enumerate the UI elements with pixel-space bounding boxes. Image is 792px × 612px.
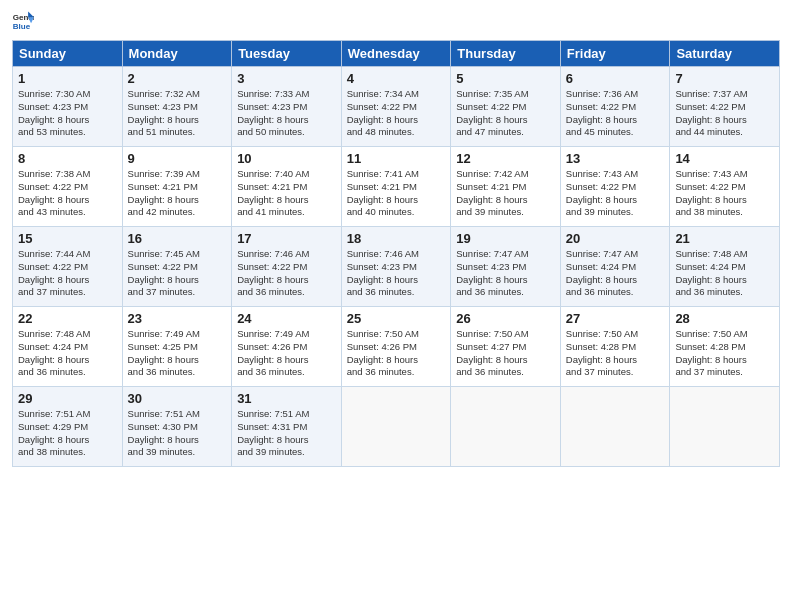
- calendar-table: SundayMondayTuesdayWednesdayThursdayFrid…: [12, 40, 780, 467]
- col-header-sunday: Sunday: [13, 41, 123, 67]
- day-number: 1: [18, 71, 117, 86]
- svg-text:Blue: Blue: [13, 22, 31, 31]
- cell-data: Sunrise: 7:50 AM Sunset: 4:27 PM Dayligh…: [456, 328, 555, 379]
- day-number: 31: [237, 391, 336, 406]
- day-number: 28: [675, 311, 774, 326]
- col-header-saturday: Saturday: [670, 41, 780, 67]
- calendar-cell: 28Sunrise: 7:50 AM Sunset: 4:28 PM Dayli…: [670, 307, 780, 387]
- calendar-cell: 12Sunrise: 7:42 AM Sunset: 4:21 PM Dayli…: [451, 147, 561, 227]
- week-row-1: 1Sunrise: 7:30 AM Sunset: 4:23 PM Daylig…: [13, 67, 780, 147]
- cell-data: Sunrise: 7:51 AM Sunset: 4:30 PM Dayligh…: [128, 408, 227, 459]
- cell-data: Sunrise: 7:30 AM Sunset: 4:23 PM Dayligh…: [18, 88, 117, 139]
- day-number: 24: [237, 311, 336, 326]
- cell-data: Sunrise: 7:39 AM Sunset: 4:21 PM Dayligh…: [128, 168, 227, 219]
- day-number: 6: [566, 71, 665, 86]
- cell-data: Sunrise: 7:51 AM Sunset: 4:31 PM Dayligh…: [237, 408, 336, 459]
- cell-data: Sunrise: 7:36 AM Sunset: 4:22 PM Dayligh…: [566, 88, 665, 139]
- day-number: 15: [18, 231, 117, 246]
- calendar-cell: 13Sunrise: 7:43 AM Sunset: 4:22 PM Dayli…: [560, 147, 670, 227]
- calendar-cell: 2Sunrise: 7:32 AM Sunset: 4:23 PM Daylig…: [122, 67, 232, 147]
- day-number: 2: [128, 71, 227, 86]
- day-number: 8: [18, 151, 117, 166]
- calendar-cell: 31Sunrise: 7:51 AM Sunset: 4:31 PM Dayli…: [232, 387, 342, 467]
- cell-data: Sunrise: 7:44 AM Sunset: 4:22 PM Dayligh…: [18, 248, 117, 299]
- cell-data: Sunrise: 7:33 AM Sunset: 4:23 PM Dayligh…: [237, 88, 336, 139]
- cell-data: Sunrise: 7:45 AM Sunset: 4:22 PM Dayligh…: [128, 248, 227, 299]
- cell-data: Sunrise: 7:49 AM Sunset: 4:26 PM Dayligh…: [237, 328, 336, 379]
- day-number: 29: [18, 391, 117, 406]
- calendar-cell: [560, 387, 670, 467]
- col-header-tuesday: Tuesday: [232, 41, 342, 67]
- calendar-cell: [451, 387, 561, 467]
- cell-data: Sunrise: 7:47 AM Sunset: 4:24 PM Dayligh…: [566, 248, 665, 299]
- day-number: 10: [237, 151, 336, 166]
- calendar-cell: 15Sunrise: 7:44 AM Sunset: 4:22 PM Dayli…: [13, 227, 123, 307]
- day-number: 21: [675, 231, 774, 246]
- col-header-monday: Monday: [122, 41, 232, 67]
- day-number: 25: [347, 311, 446, 326]
- week-row-5: 29Sunrise: 7:51 AM Sunset: 4:29 PM Dayli…: [13, 387, 780, 467]
- cell-data: Sunrise: 7:49 AM Sunset: 4:25 PM Dayligh…: [128, 328, 227, 379]
- week-row-2: 8Sunrise: 7:38 AM Sunset: 4:22 PM Daylig…: [13, 147, 780, 227]
- calendar-cell: 11Sunrise: 7:41 AM Sunset: 4:21 PM Dayli…: [341, 147, 451, 227]
- cell-data: Sunrise: 7:50 AM Sunset: 4:28 PM Dayligh…: [566, 328, 665, 379]
- cell-data: Sunrise: 7:46 AM Sunset: 4:22 PM Dayligh…: [237, 248, 336, 299]
- cell-data: Sunrise: 7:51 AM Sunset: 4:29 PM Dayligh…: [18, 408, 117, 459]
- calendar-cell: 20Sunrise: 7:47 AM Sunset: 4:24 PM Dayli…: [560, 227, 670, 307]
- col-header-wednesday: Wednesday: [341, 41, 451, 67]
- calendar-cell: 27Sunrise: 7:50 AM Sunset: 4:28 PM Dayli…: [560, 307, 670, 387]
- calendar-cell: [341, 387, 451, 467]
- calendar-cell: 8Sunrise: 7:38 AM Sunset: 4:22 PM Daylig…: [13, 147, 123, 227]
- cell-data: Sunrise: 7:48 AM Sunset: 4:24 PM Dayligh…: [675, 248, 774, 299]
- cell-data: Sunrise: 7:46 AM Sunset: 4:23 PM Dayligh…: [347, 248, 446, 299]
- calendar-cell: 5Sunrise: 7:35 AM Sunset: 4:22 PM Daylig…: [451, 67, 561, 147]
- day-number: 19: [456, 231, 555, 246]
- calendar-cell: 7Sunrise: 7:37 AM Sunset: 4:22 PM Daylig…: [670, 67, 780, 147]
- col-header-friday: Friday: [560, 41, 670, 67]
- calendar-cell: 10Sunrise: 7:40 AM Sunset: 4:21 PM Dayli…: [232, 147, 342, 227]
- col-header-thursday: Thursday: [451, 41, 561, 67]
- day-number: 12: [456, 151, 555, 166]
- day-number: 26: [456, 311, 555, 326]
- calendar-cell: 16Sunrise: 7:45 AM Sunset: 4:22 PM Dayli…: [122, 227, 232, 307]
- calendar-cell: 21Sunrise: 7:48 AM Sunset: 4:24 PM Dayli…: [670, 227, 780, 307]
- calendar-cell: 3Sunrise: 7:33 AM Sunset: 4:23 PM Daylig…: [232, 67, 342, 147]
- calendar-cell: 4Sunrise: 7:34 AM Sunset: 4:22 PM Daylig…: [341, 67, 451, 147]
- cell-data: Sunrise: 7:43 AM Sunset: 4:22 PM Dayligh…: [675, 168, 774, 219]
- cell-data: Sunrise: 7:47 AM Sunset: 4:23 PM Dayligh…: [456, 248, 555, 299]
- cell-data: Sunrise: 7:34 AM Sunset: 4:22 PM Dayligh…: [347, 88, 446, 139]
- cell-data: Sunrise: 7:43 AM Sunset: 4:22 PM Dayligh…: [566, 168, 665, 219]
- week-row-3: 15Sunrise: 7:44 AM Sunset: 4:22 PM Dayli…: [13, 227, 780, 307]
- cell-data: Sunrise: 7:32 AM Sunset: 4:23 PM Dayligh…: [128, 88, 227, 139]
- day-number: 16: [128, 231, 227, 246]
- cell-data: Sunrise: 7:38 AM Sunset: 4:22 PM Dayligh…: [18, 168, 117, 219]
- day-number: 17: [237, 231, 336, 246]
- day-number: 30: [128, 391, 227, 406]
- day-number: 13: [566, 151, 665, 166]
- day-number: 4: [347, 71, 446, 86]
- cell-data: Sunrise: 7:50 AM Sunset: 4:26 PM Dayligh…: [347, 328, 446, 379]
- calendar-cell: 19Sunrise: 7:47 AM Sunset: 4:23 PM Dayli…: [451, 227, 561, 307]
- cell-data: Sunrise: 7:48 AM Sunset: 4:24 PM Dayligh…: [18, 328, 117, 379]
- day-number: 23: [128, 311, 227, 326]
- day-number: 20: [566, 231, 665, 246]
- cell-data: Sunrise: 7:37 AM Sunset: 4:22 PM Dayligh…: [675, 88, 774, 139]
- calendar-cell: 14Sunrise: 7:43 AM Sunset: 4:22 PM Dayli…: [670, 147, 780, 227]
- calendar-cell: [670, 387, 780, 467]
- day-number: 14: [675, 151, 774, 166]
- calendar-cell: 26Sunrise: 7:50 AM Sunset: 4:27 PM Dayli…: [451, 307, 561, 387]
- logo: General Blue: [12, 10, 36, 32]
- cell-data: Sunrise: 7:35 AM Sunset: 4:22 PM Dayligh…: [456, 88, 555, 139]
- cell-data: Sunrise: 7:42 AM Sunset: 4:21 PM Dayligh…: [456, 168, 555, 219]
- day-number: 3: [237, 71, 336, 86]
- calendar-cell: 22Sunrise: 7:48 AM Sunset: 4:24 PM Dayli…: [13, 307, 123, 387]
- day-number: 18: [347, 231, 446, 246]
- day-number: 9: [128, 151, 227, 166]
- cell-data: Sunrise: 7:40 AM Sunset: 4:21 PM Dayligh…: [237, 168, 336, 219]
- calendar-cell: 30Sunrise: 7:51 AM Sunset: 4:30 PM Dayli…: [122, 387, 232, 467]
- cell-data: Sunrise: 7:50 AM Sunset: 4:28 PM Dayligh…: [675, 328, 774, 379]
- calendar-cell: 24Sunrise: 7:49 AM Sunset: 4:26 PM Dayli…: [232, 307, 342, 387]
- day-number: 5: [456, 71, 555, 86]
- calendar-cell: 25Sunrise: 7:50 AM Sunset: 4:26 PM Dayli…: [341, 307, 451, 387]
- calendar-cell: 9Sunrise: 7:39 AM Sunset: 4:21 PM Daylig…: [122, 147, 232, 227]
